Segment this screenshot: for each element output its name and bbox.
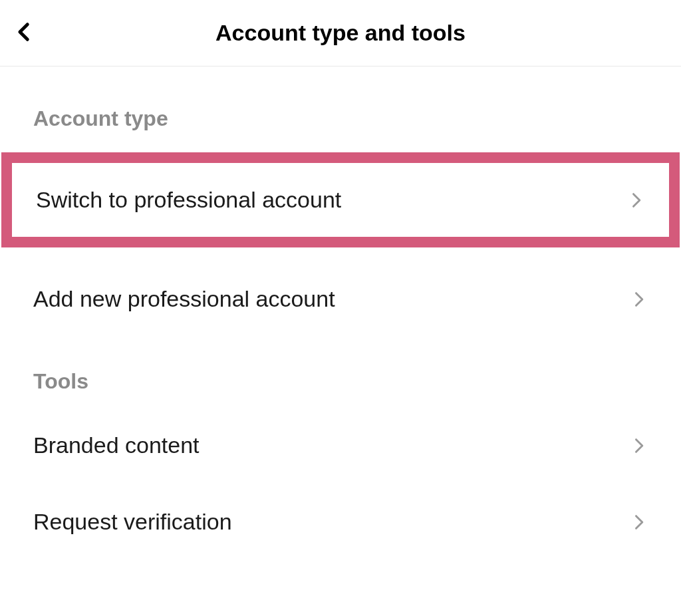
chevron-right-icon [629,290,648,309]
section-header-account-type: Account type [0,75,681,144]
page-title: Account type and tools [13,20,668,46]
chevron-right-icon [629,513,648,532]
row-branded-content[interactable]: Branded content [0,407,681,484]
row-label-branded-content: Branded content [33,432,200,458]
row-switch-professional[interactable]: Switch to professional account [12,163,669,237]
row-label-request-verification: Request verification [33,509,232,535]
section-header-tools: Tools [0,337,681,407]
chevron-right-icon [626,191,645,210]
row-request-verification[interactable]: Request verification [0,484,681,560]
row-label-switch-professional: Switch to professional account [36,187,341,213]
row-add-professional[interactable]: Add new professional account [0,261,681,337]
content: Account type Switch to professional acco… [0,67,681,560]
chevron-right-icon [629,436,648,455]
page-header: Account type and tools [0,0,681,67]
row-label-add-professional: Add new professional account [33,286,335,312]
highlight-switch-professional: Switch to professional account [1,152,680,247]
